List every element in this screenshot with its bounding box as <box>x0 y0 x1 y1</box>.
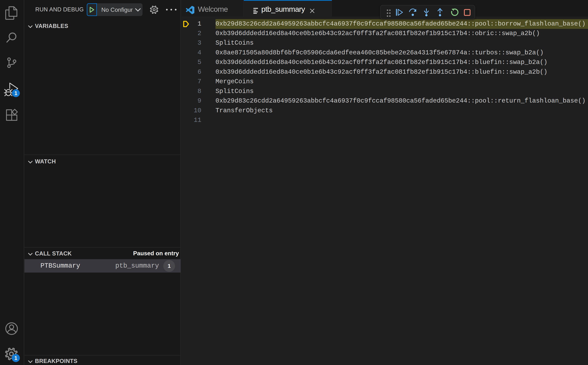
svg-text:1: 1 <box>14 90 17 96</box>
svg-text:1: 1 <box>14 355 17 361</box>
